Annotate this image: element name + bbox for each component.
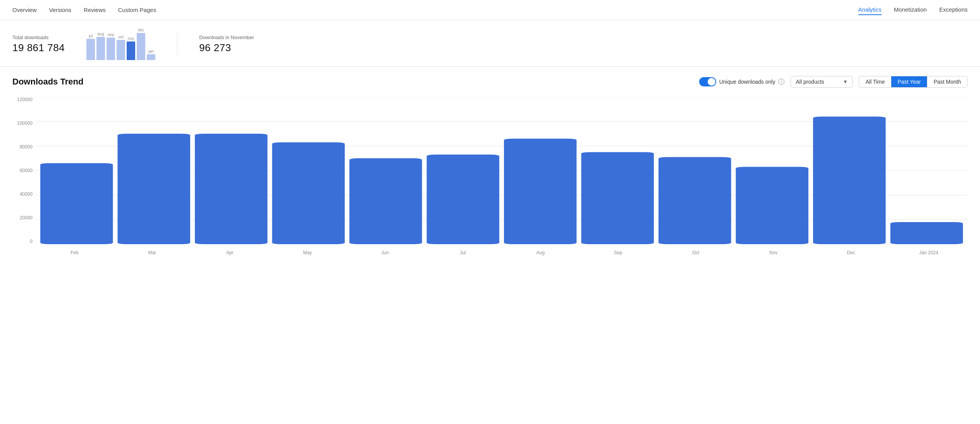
mini-bar-group: oct [117, 35, 125, 60]
y-axis-label: 60000 [20, 168, 33, 173]
x-axis-labels: FebMarAprMayJunJulAugSepOctNovDecJan 202… [36, 246, 968, 260]
unique-downloads-toggle[interactable] [699, 77, 716, 86]
total-downloads-value: 19 861 784 [12, 42, 65, 54]
nav-left: Overview Versions Reviews Custom Pages [12, 5, 156, 15]
x-axis-label: Oct [657, 250, 735, 255]
x-axis-label: Nov [735, 250, 813, 255]
past-month-button[interactable]: Past Month [927, 76, 967, 87]
stat-divider [177, 33, 177, 56]
x-axis-label: Dec [812, 250, 890, 255]
x-axis-label: Mar [113, 250, 191, 255]
chart-header: Downloads Trend Unique downloads only i … [12, 76, 968, 88]
x-axis-label: Feb [36, 250, 113, 255]
mini-bar [107, 38, 115, 60]
top-navigation: Overview Versions Reviews Custom Pages A… [0, 0, 980, 20]
mini-bar [86, 39, 95, 60]
dropdown-value: All products [796, 79, 824, 85]
bar-rect[interactable] [195, 134, 267, 244]
nav-right: Analytics Monetization Exceptions [858, 5, 968, 15]
x-axis-label: May [269, 250, 347, 255]
y-axis-label: 40000 [20, 191, 33, 197]
mini-bar-chart: julaugsepoctnovdecjan [86, 28, 155, 60]
x-axis-label: Apr [191, 250, 269, 255]
nav-overview[interactable]: Overview [12, 5, 37, 15]
bar-rect[interactable] [272, 142, 345, 244]
mini-bar-group: nov [127, 36, 135, 60]
mini-bar-group: jan [147, 49, 155, 60]
info-icon[interactable]: i [778, 79, 784, 85]
time-buttons: All Time Past Year Past Month [859, 76, 968, 88]
bar-rect[interactable] [40, 163, 113, 244]
x-axis-label: Jan 2024 [890, 250, 968, 255]
nav-monetization[interactable]: Monetization [894, 5, 927, 15]
bar-rect[interactable] [504, 139, 576, 244]
nav-exceptions[interactable]: Exceptions [939, 5, 968, 15]
bar-rect[interactable] [658, 157, 731, 244]
mini-bar [127, 41, 135, 60]
main-content: Downloads Trend Unique downloads only i … [0, 67, 980, 269]
mini-bar-label: dec [138, 28, 144, 32]
mini-bar-group: sep [107, 33, 115, 60]
mini-bar [147, 54, 155, 60]
chart-area: 120000100000800006000040000200000 FebMar… [12, 97, 968, 260]
stats-row: Total downloads 19 861 784 julaugsepoctn… [0, 20, 980, 67]
mini-bar-group: jul [86, 34, 95, 60]
toggle-knob [708, 78, 715, 86]
mini-bar-label: nov [128, 36, 134, 41]
x-axis-label: Aug [502, 250, 579, 255]
bar-rect[interactable] [891, 222, 963, 244]
nav-versions[interactable]: Versions [49, 5, 72, 15]
total-downloads-block: Total downloads 19 861 784 [12, 34, 65, 54]
mini-bar-group: dec [137, 28, 145, 60]
nav-analytics[interactable]: Analytics [858, 5, 882, 15]
downloads-in-label: Downloads in November [199, 34, 254, 40]
dropdown-arrow-icon: ▼ [843, 79, 848, 84]
mini-bar [117, 40, 125, 60]
y-axis-label: 120000 [17, 97, 33, 102]
toggle-label: Unique downloads only [719, 79, 775, 85]
mini-bar-label: aug [98, 32, 104, 36]
mini-bar-label: oct [118, 35, 123, 39]
bar-chart-svg [36, 97, 968, 244]
y-axis-labels: 120000100000800006000040000200000 [12, 97, 36, 244]
mini-bar [96, 37, 105, 60]
toggle-group: Unique downloads only i [699, 77, 785, 86]
mini-bar [137, 33, 145, 60]
chart-title: Downloads Trend [12, 77, 83, 87]
mini-bar-label: sep [108, 33, 114, 37]
mini-bar-label: jul [89, 34, 93, 38]
total-downloads-label: Total downloads [12, 34, 65, 40]
nav-custom-pages[interactable]: Custom Pages [118, 5, 156, 15]
y-axis-label: 100000 [17, 121, 33, 126]
downloads-in-block: Downloads in November 96 273 [199, 34, 254, 54]
bar-rect[interactable] [736, 167, 808, 245]
chart-inner [36, 97, 968, 244]
y-axis-label: 80000 [20, 144, 33, 150]
x-axis-label: Jun [346, 250, 424, 255]
past-year-button[interactable]: Past Year [891, 76, 927, 87]
bar-rect[interactable] [581, 152, 654, 245]
nav-reviews[interactable]: Reviews [84, 5, 106, 15]
mini-bar-label: jan [148, 49, 153, 53]
bar-rect[interactable] [427, 155, 499, 244]
bar-rect[interactable] [118, 134, 190, 244]
x-axis-label: Jul [424, 250, 502, 255]
bar-rect[interactable] [349, 158, 422, 244]
downloads-in-value: 96 273 [199, 42, 254, 54]
x-axis-label: Sep [579, 250, 657, 255]
bar-rect[interactable] [813, 117, 885, 244]
chart-controls: Unique downloads only i All products ▼ A… [699, 76, 968, 88]
y-axis-label: 20000 [20, 215, 33, 221]
products-dropdown[interactable]: All products ▼ [791, 76, 853, 88]
all-time-button[interactable]: All Time [859, 76, 891, 87]
y-axis-label: 0 [30, 239, 33, 244]
mini-bar-group: aug [96, 32, 105, 60]
